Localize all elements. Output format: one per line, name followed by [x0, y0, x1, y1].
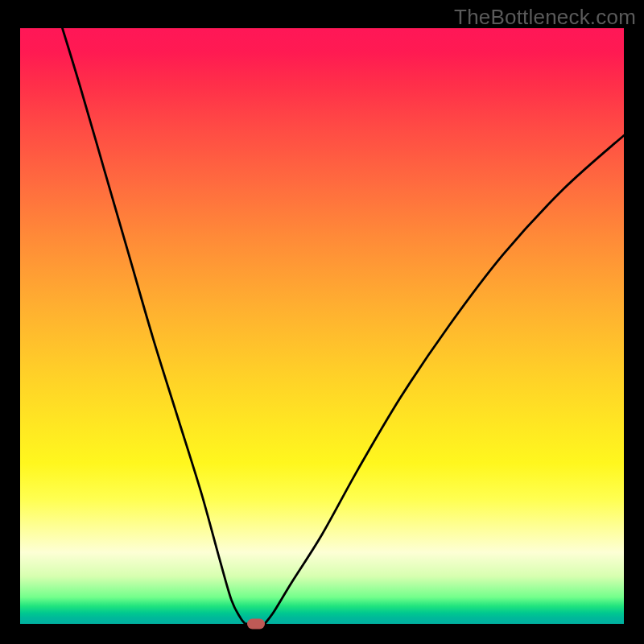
plot-area: [20, 28, 624, 624]
watermark-text: TheBottleneck.com: [454, 5, 636, 30]
bottleneck-curve: [20, 28, 624, 624]
curve-path: [63, 28, 625, 624]
chart-frame: TheBottleneck.com: [0, 0, 644, 644]
optimum-marker: [247, 619, 265, 630]
